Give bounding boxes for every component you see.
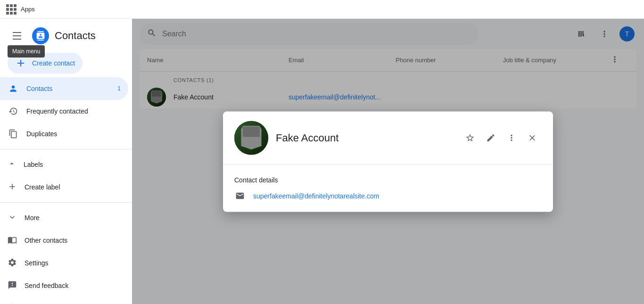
divider-1: [0, 149, 132, 149]
sidebar-item-frequently-contacted[interactable]: Frequently contacted: [0, 100, 128, 123]
close-button[interactable]: [523, 128, 542, 147]
sidebar-item-contacts-label: Contacts: [26, 85, 52, 92]
main-menu-tooltip: Main menu: [8, 45, 45, 58]
feedback-icon: [8, 280, 17, 291]
sidebar-item-other-contacts[interactable]: Other contacts: [0, 229, 132, 252]
apps-icon[interactable]: [4, 2, 19, 17]
app-name-label: Apps: [21, 6, 35, 13]
create-label-item[interactable]: Create label: [0, 176, 132, 198]
import-contacts-icon: [8, 235, 17, 246]
plus-svg: [15, 58, 26, 69]
send-feedback-label: Send feedback: [25, 282, 68, 289]
create-contact-label: Create contact: [32, 59, 75, 67]
sidebar-item-duplicates[interactable]: Duplicates: [0, 123, 128, 145]
create-label-label: Create label: [25, 183, 60, 191]
copy-icon: [8, 129, 19, 139]
star-button[interactable]: [461, 128, 479, 147]
modal-header: Fake Account: [223, 111, 553, 164]
contacts-logo-icon: [36, 31, 45, 41]
expand-more-icon: [8, 213, 17, 223]
labels-section-header[interactable]: Labels: [0, 153, 132, 176]
sidebar-item-send-feedback[interactable]: Send feedback: [0, 274, 132, 297]
sidebar-app-title: Contacts: [55, 30, 96, 42]
person-icon: [8, 84, 19, 93]
hamburger-line: [13, 35, 21, 36]
sidebar-item-settings[interactable]: Settings: [0, 252, 132, 274]
modal-contact-avatar: [234, 121, 268, 155]
settings-label: Settings: [25, 259, 49, 267]
apps-grid: [6, 4, 17, 15]
sidebar-item-frequently-contacted-label: Frequently contacted: [26, 107, 88, 115]
modal-email: superfakeemail@definitelynotarealsite.co…: [253, 192, 379, 199]
sidebar-item-contacts[interactable]: Contacts 1: [0, 77, 128, 100]
contacts-logo: [32, 27, 49, 44]
hamburger-button[interactable]: [8, 26, 26, 45]
collapse-icon: [8, 159, 16, 170]
contacts-badge: 1: [117, 85, 121, 92]
sidebar-item-more[interactable]: More: [0, 206, 132, 229]
add-icon: [8, 182, 17, 193]
settings-icon: [8, 258, 17, 269]
other-contacts-label: Other contacts: [25, 237, 67, 244]
main-layout: Main menu Contacts: [0, 19, 644, 304]
top-bar: Apps: [0, 0, 644, 19]
plus-icon: [15, 58, 26, 69]
modal-body: Contact details superfakeemail@definitel…: [223, 164, 553, 212]
labels-title: Labels: [24, 161, 43, 168]
modal-doom-avatar: [234, 121, 268, 155]
contact-detail-modal: Fake Account Contact: [223, 111, 553, 212]
sidebar-item-duplicates-label: Duplicates: [26, 130, 57, 138]
main-content: T Name Email Phone number Job title & co…: [132, 19, 644, 304]
sidebar: Main menu Contacts: [0, 19, 132, 304]
divider-2: [0, 202, 132, 203]
more-label: More: [25, 214, 40, 222]
modal-contact-name: Fake Account: [276, 131, 453, 144]
email-icon: [234, 191, 246, 200]
history-icon: [8, 107, 19, 116]
contact-detail-row: superfakeemail@definitelynotarealsite.co…: [234, 191, 542, 200]
hamburger-line: [13, 39, 21, 40]
hamburger-line: [13, 32, 21, 33]
modal-section-title: Contact details: [234, 176, 542, 183]
modal-actions: [461, 128, 542, 147]
sidebar-item-help[interactable]: Help: [0, 297, 132, 304]
modal-more-button[interactable]: [502, 128, 521, 147]
edit-button[interactable]: [481, 128, 500, 147]
